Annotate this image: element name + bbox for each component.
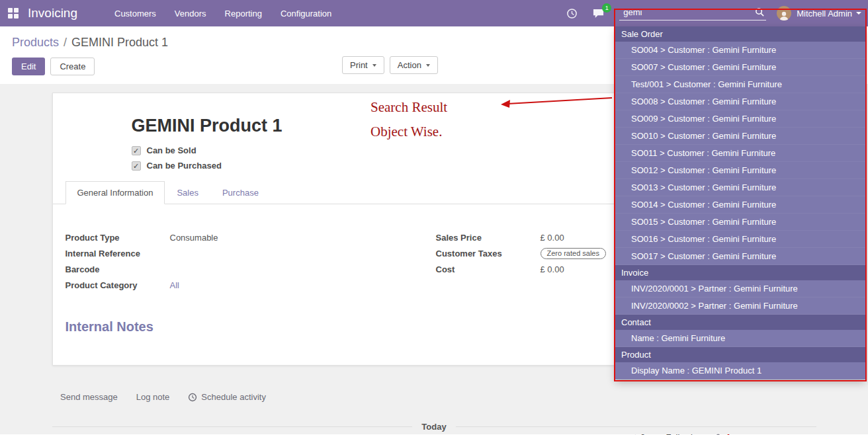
user-name: Mitchell Admin (797, 9, 852, 19)
user-menu[interactable]: Mitchell Admin (777, 6, 861, 20)
avatar (777, 6, 791, 20)
navbar-menus: CustomersVendorsReportingConfiguration (105, 0, 341, 26)
dropdown-item[interactable]: INV/2020/0001 > Partner : Gemini Furnitu… (615, 280, 865, 297)
search-input[interactable] (623, 7, 755, 17)
nav-menu-vendors[interactable]: Vendors (165, 0, 216, 26)
checkbox-label: Can be Sold (147, 145, 196, 155)
field-label: Sales Price (436, 233, 541, 243)
field-label: Product Type (65, 233, 170, 243)
field-row: Barcode (65, 264, 436, 275)
field-value: Consumable (170, 233, 218, 243)
dropdown-item[interactable]: SO004 > Customer : Gemini Furniture (615, 42, 865, 59)
nav-menu-reporting[interactable]: Reporting (216, 0, 271, 26)
tab-purchase[interactable]: Purchase (210, 181, 271, 204)
dropdown-item[interactable]: SO015 > Customer : Gemini Furniture (615, 214, 865, 231)
field-row: Sales Price£ 0.00 (436, 232, 606, 243)
field-row: Internal Reference (65, 248, 436, 259)
dropdown-section-title: Product (615, 347, 865, 362)
caret-down-icon (426, 64, 430, 67)
dropdown-item[interactable]: Display Name : GEMINI Product 1 (615, 362, 865, 379)
global-search-box[interactable] (619, 6, 766, 20)
field-label: Barcode (65, 264, 170, 274)
search-icon[interactable] (755, 7, 765, 17)
field-row: Product TypeConsumable (65, 232, 436, 243)
apps-grid-icon[interactable] (8, 8, 19, 19)
dropdown-item[interactable]: SO012 > Customer : Gemini Furniture (615, 162, 865, 179)
schedule-activity-label: Schedule activity (201, 392, 266, 402)
tag-pill[interactable]: Zero rated sales (541, 248, 606, 259)
tab-general-information[interactable]: General Information (65, 181, 165, 204)
field-value: Zero rated sales (541, 248, 606, 259)
today-divider: Today (52, 422, 816, 432)
breadcrumb-separator: / (64, 36, 67, 49)
heart-icon: ♥ (657, 432, 662, 435)
activities-clock-icon[interactable] (566, 8, 578, 19)
field-row: Cost£ 0.00 (436, 264, 606, 275)
messages-icon[interactable]: 1 (592, 8, 605, 19)
field-label: Internal Reference (65, 249, 170, 258)
top-navbar: Invoicing CustomersVendorsReportingConfi… (0, 0, 868, 26)
field-value: £ 0.00 (541, 233, 564, 243)
chevron-down-icon (856, 12, 861, 15)
dropdown-item[interactable]: SO007 > Customer : Gemini Furniture (615, 59, 865, 76)
field-label: Product Category (65, 280, 170, 290)
field-value[interactable]: All (170, 280, 179, 290)
nav-menu-customers[interactable]: Customers (105, 0, 165, 26)
dropdown-item[interactable]: SO013 > Customer : Gemini Furniture (615, 179, 865, 196)
dropdown-section-title: Sale Order (615, 26, 865, 42)
nav-menu-configuration[interactable]: Configuration (271, 0, 341, 26)
field-label: Customer Taxes (436, 249, 541, 258)
breadcrumb-current: GEMINI Product 1 (71, 36, 168, 49)
action-dropdown-button[interactable]: Action (390, 56, 438, 74)
dropdown-item[interactable]: Test/001 > Customer : Gemini Furniture (615, 76, 865, 93)
dropdown-item[interactable]: SO011 > Customer : Gemini Furniture (615, 145, 865, 162)
attachment-icon: ✓ (630, 432, 637, 435)
dropdown-item[interactable]: SO017 > Customer : Gemini Furniture (615, 248, 865, 265)
following-label: Following (666, 432, 702, 435)
send-message-button[interactable]: Send message (60, 392, 118, 402)
caret-down-icon (372, 64, 376, 67)
dropdown-item[interactable]: SO016 > Customer : Gemini Furniture (615, 231, 865, 248)
create-button[interactable]: Create (50, 58, 95, 75)
dropdown-item[interactable]: SO010 > Customer : Gemini Furniture (615, 128, 865, 145)
app-name[interactable]: Invoicing (28, 6, 77, 20)
followers-button[interactable]: 1 (714, 432, 730, 435)
fields-right: Sales Price£ 0.00Customer TaxesZero rate… (436, 232, 606, 296)
dropdown-item[interactable]: SO008 > Customer : Gemini Furniture (615, 93, 865, 110)
fields-left: Product TypeConsumableInternal Reference… (65, 232, 436, 296)
dropdown-item[interactable]: Name : Gemini Furniture (615, 330, 865, 347)
tab-sales[interactable]: Sales (165, 181, 210, 204)
field-label: Cost (436, 264, 541, 274)
today-label: Today (421, 422, 446, 432)
dropdown-item[interactable]: INV/2020/0002 > Partner : Gemini Furnitu… (615, 297, 865, 315)
messages-badge: 1 (602, 3, 611, 13)
attachment-count: 0 (640, 432, 645, 435)
field-row: Product CategoryAll (65, 280, 436, 291)
search-dropdown: Sale OrderSO004 > Customer : Gemini Furn… (615, 26, 865, 379)
dropdown-item[interactable]: SO009 > Customer : Gemini Furniture (615, 110, 865, 128)
print-label: Print (350, 60, 368, 70)
schedule-activity-icon (188, 393, 197, 402)
action-label: Action (398, 60, 421, 70)
field-row: Customer TaxesZero rated sales (436, 248, 606, 259)
log-note-button[interactable]: Log note (136, 392, 170, 402)
dropdown-section-title: Invoice (615, 265, 865, 280)
field-value: £ 0.00 (541, 264, 564, 274)
breadcrumb-parent[interactable]: Products (12, 36, 59, 49)
dropdown-item[interactable]: SO014 > Customer : Gemini Furniture (615, 196, 865, 214)
follow-row: ✓ 0 ♥ Following 1 (630, 432, 731, 435)
following-button[interactable]: ♥ Following (657, 432, 702, 435)
checkbox[interactable]: ✓ (132, 146, 141, 155)
center-buttons: Print Action (342, 56, 443, 74)
schedule-activity-button[interactable]: Schedule activity (188, 392, 266, 402)
follower-count: 1 (726, 432, 730, 435)
edit-button[interactable]: Edit (12, 58, 45, 75)
print-dropdown-button[interactable]: Print (342, 56, 384, 74)
checkbox[interactable]: ✓ (132, 161, 141, 171)
dropdown-section-title: Contact (615, 315, 865, 330)
attachments-button[interactable]: ✓ 0 (630, 432, 645, 435)
checkbox-label: Can be Purchased (147, 161, 222, 171)
